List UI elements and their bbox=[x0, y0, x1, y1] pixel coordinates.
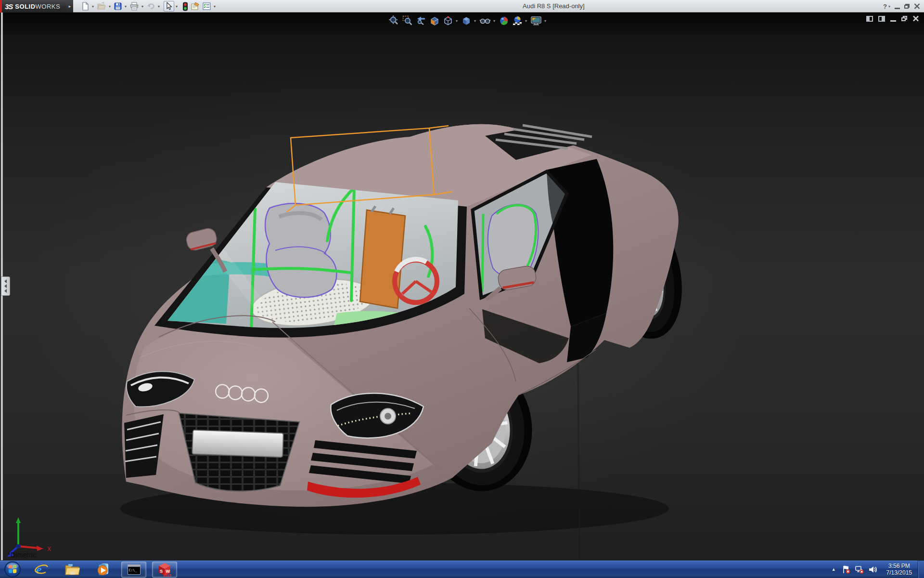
internet-explorer-icon: e bbox=[34, 563, 49, 576]
screen: 3S SOLIDWORKS ▸ ▾ ▾ bbox=[0, 0, 924, 578]
windows-taskbar: e C:\_ bbox=[0, 560, 924, 578]
open-folder-icon bbox=[97, 2, 106, 11]
car-model-audi-r8 bbox=[0, 13, 924, 560]
taskbar-clock[interactable]: 3:56 PM 7/13/2015 bbox=[886, 563, 912, 576]
logo-red-sliver bbox=[0, 0, 2, 13]
show-hidden-icons-button[interactable]: ▲ bbox=[828, 567, 840, 572]
standard-toolbar: ▾ ▾ ▾ bbox=[80, 0, 218, 12]
select-dropdown-caret[interactable]: ▾ bbox=[176, 4, 178, 9]
rebuild-traffic-light-icon bbox=[182, 2, 188, 11]
triad-x-label: X bbox=[47, 546, 51, 552]
restore-button[interactable] bbox=[904, 2, 910, 11]
restore-icon bbox=[904, 4, 910, 9]
document-title: Audi R8 S [Read-only] bbox=[523, 2, 585, 10]
file-properties-button[interactable] bbox=[190, 1, 201, 12]
command-prompt-icon: C:\_ bbox=[128, 565, 141, 575]
save-dropdown-caret[interactable]: ▾ bbox=[125, 4, 127, 9]
minimize-icon bbox=[895, 8, 900, 9]
taskbar-media-player[interactable] bbox=[90, 562, 116, 578]
show-desktop-button[interactable] bbox=[918, 561, 924, 578]
svg-text:e: e bbox=[36, 563, 42, 576]
brand-works: WORKS bbox=[36, 3, 61, 10]
svg-text:S: S bbox=[160, 569, 163, 574]
select-cursor-icon bbox=[165, 2, 173, 11]
taskbar-solidworks-2015[interactable]: S W 2015 bbox=[152, 562, 177, 578]
sw-2015-badge: 2015 bbox=[163, 573, 171, 577]
system-tray: ▲ bbox=[828, 561, 924, 578]
options-button[interactable] bbox=[201, 1, 212, 12]
solidworks-2015-icon: S W 2015 bbox=[157, 562, 172, 577]
clock-time: 3:56 PM bbox=[886, 563, 912, 569]
close-icon bbox=[914, 3, 920, 9]
undo-icon bbox=[146, 2, 155, 11]
options-dropdown-caret[interactable]: ▾ bbox=[214, 4, 216, 9]
start-orb-icon bbox=[4, 561, 21, 578]
window-controls: ? ▾ bbox=[883, 0, 920, 13]
file-properties-icon bbox=[191, 2, 200, 11]
close-button[interactable] bbox=[914, 2, 920, 11]
new-dropdown-caret[interactable]: ▾ bbox=[92, 4, 94, 9]
view-orientation-label: *Dimetric bbox=[8, 551, 36, 559]
select-button[interactable] bbox=[164, 1, 174, 12]
open-button[interactable] bbox=[96, 1, 107, 12]
clock-date: 7/13/2015 bbox=[886, 569, 912, 576]
save-icon bbox=[114, 2, 122, 11]
menu-expand-arrow[interactable]: ▸ bbox=[66, 0, 73, 13]
print-button[interactable] bbox=[128, 1, 140, 12]
command-prompt-mini-text: C:\_ bbox=[129, 568, 137, 572]
options-checklist-icon bbox=[202, 2, 211, 11]
undo-dropdown-caret[interactable]: ▾ bbox=[158, 4, 160, 9]
file-explorer-icon bbox=[64, 563, 80, 576]
brand-solid: SOLID bbox=[15, 3, 35, 10]
new-document-button[interactable] bbox=[80, 1, 90, 12]
network-disconnected-icon[interactable] bbox=[855, 565, 864, 574]
media-player-icon bbox=[96, 563, 110, 576]
new-document-icon bbox=[81, 2, 90, 11]
taskbar-file-explorer[interactable] bbox=[60, 562, 85, 578]
minimize-button[interactable] bbox=[895, 2, 900, 11]
volume-icon[interactable] bbox=[868, 565, 878, 574]
taskbar-internet-explorer[interactable]: e bbox=[29, 562, 54, 578]
help-button[interactable]: ? bbox=[883, 2, 887, 11]
app-titlebar: 3S SOLIDWORKS ▸ ▾ ▾ bbox=[0, 0, 924, 13]
taskbar-command-prompt[interactable]: C:\_ bbox=[121, 562, 146, 578]
action-center-flag-icon[interactable] bbox=[842, 565, 851, 574]
save-button[interactable] bbox=[113, 1, 123, 12]
open-dropdown-caret[interactable]: ▾ bbox=[109, 4, 111, 9]
graphics-viewport[interactable]: ▾ ▾ ▾ bbox=[0, 13, 924, 560]
undo-button[interactable] bbox=[145, 1, 156, 12]
help-dropdown-caret[interactable]: ▾ bbox=[888, 4, 890, 9]
print-icon bbox=[129, 2, 139, 11]
logo-mark: 3S bbox=[5, 2, 13, 11]
start-button[interactable] bbox=[3, 561, 22, 578]
license-plate bbox=[192, 430, 283, 458]
rebuild-button[interactable] bbox=[181, 1, 189, 12]
solidworks-logo: 3S SOLIDWORKS bbox=[0, 0, 66, 13]
print-dropdown-caret[interactable]: ▾ bbox=[141, 4, 143, 9]
